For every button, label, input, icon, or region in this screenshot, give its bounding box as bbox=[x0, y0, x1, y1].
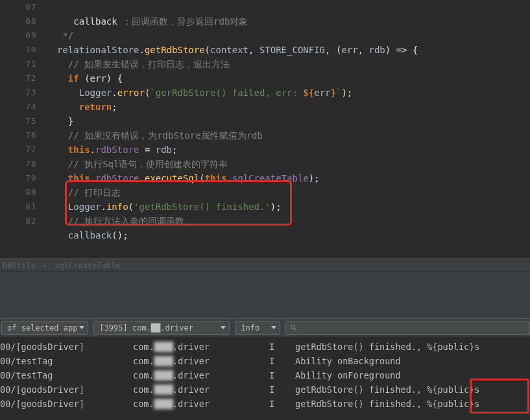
process-filter-label: [3995] com.██.driver bbox=[99, 323, 193, 332]
svg-point-0 bbox=[291, 325, 295, 329]
log-row: 00/[goodsDriver]com.████.driverIgetRdbSt… bbox=[0, 382, 530, 397]
line-number-gutter: 67 68 69 70 71 72 73 74 75 76 77 78 79 8… bbox=[0, 0, 47, 258]
breadcrumb-item[interactable]: DBUtils bbox=[3, 261, 36, 270]
app-filter-label: of selected app bbox=[7, 323, 77, 332]
chevron-down-icon bbox=[79, 326, 84, 329]
code-editor[interactable]: 67 68 69 70 71 72 73 74 75 76 77 78 79 8… bbox=[0, 0, 530, 258]
search-icon bbox=[290, 324, 298, 332]
code-area[interactable]: callback ：回调函数，异步返回rdb对象 */ relationalSt… bbox=[47, 0, 530, 258]
svg-line-1 bbox=[295, 328, 296, 330]
log-row: 00/testTagcom.████.driverIAbility onBack… bbox=[0, 354, 530, 368]
log-row: 00/[goodsDriver]com.████.driverIgetRdbSt… bbox=[0, 340, 530, 354]
log-output[interactable]: 00/[goodsDriver]com.████.driverIgetRdbSt… bbox=[0, 337, 530, 420]
breadcrumb[interactable]: DBUtils › sqlCreateTable bbox=[0, 258, 530, 272]
chevron-down-icon bbox=[221, 326, 226, 329]
loglevel-filter-dropdown[interactable]: Info bbox=[235, 321, 280, 335]
chevron-right-icon: › bbox=[43, 261, 47, 270]
log-filter-bar: of selected app [3995] com.██.driver Inf… bbox=[0, 319, 530, 337]
loglevel-filter-label: Info bbox=[241, 323, 259, 332]
breadcrumb-item[interactable]: sqlCreateTable bbox=[54, 261, 120, 270]
app-filter-dropdown[interactable]: of selected app bbox=[1, 321, 88, 335]
log-row: 00/testTagcom.████.driverIAbility onFore… bbox=[0, 368, 530, 382]
log-row: 00/[goodsDriver]com.████.driverIgetRdbSt… bbox=[0, 397, 530, 411]
chevron-down-icon bbox=[271, 326, 276, 329]
process-filter-dropdown[interactable]: [3995] com.██.driver bbox=[93, 321, 230, 335]
log-search-input[interactable] bbox=[285, 321, 530, 335]
panel-splitter[interactable] bbox=[0, 272, 530, 319]
